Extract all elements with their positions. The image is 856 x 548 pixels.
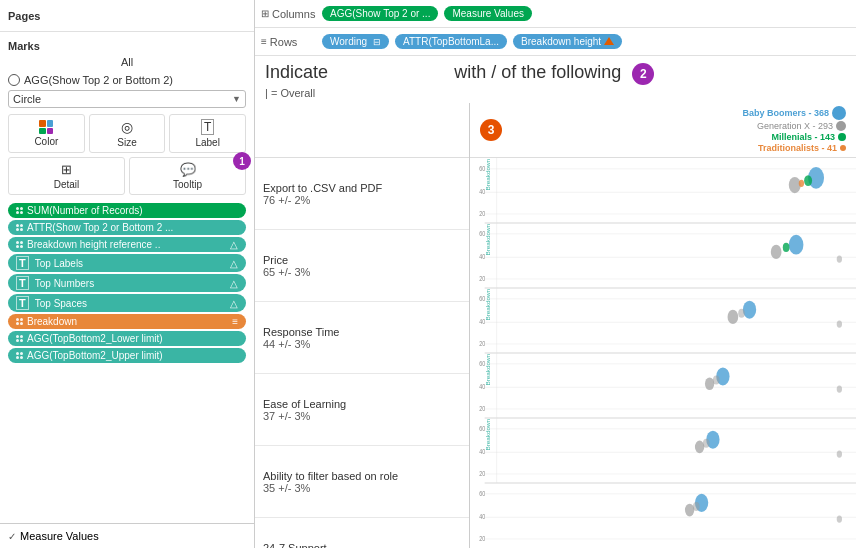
color-button[interactable]: Color <box>8 114 85 153</box>
legend-item-mil: Millenials - 143 <box>742 132 846 142</box>
svg-text:20: 20 <box>479 339 485 347</box>
chart-legend: Baby Boomers - 368 Generation X - 293 Mi… <box>742 106 846 154</box>
table-row: Price 65 +/- 3% <box>255 230 469 302</box>
column-pill-measure-label: Measure Values <box>452 8 524 19</box>
chart-svg: 60 40 20 Breakdown <box>470 158 856 548</box>
pill-breakdown-dots-icon <box>16 318 23 325</box>
row-pct-4: 35 +/- 3% <box>263 482 310 494</box>
marks-title: Marks <box>8 36 246 54</box>
pill-top-labels[interactable]: T Top Labels △ <box>8 254 246 272</box>
badge-3: 3 <box>480 119 502 141</box>
tooltip-button[interactable]: 💬 Tooltip 1 <box>129 157 246 195</box>
dot-ref-4 <box>837 451 842 458</box>
scatter-chart-area: 3 Baby Boomers - 368 Generation X - 293 <box>470 103 856 548</box>
row-name-4: Ability to filter based on role <box>263 470 398 482</box>
svg-text:40: 40 <box>479 317 485 325</box>
svg-text:20: 20 <box>479 274 485 282</box>
dot-ref-5 <box>837 516 842 523</box>
agg-row: AGG(Show Top 2 or Bottom 2) <box>8 72 246 90</box>
label-icon: T <box>201 119 214 135</box>
legend-label-mil: Millenials - 143 <box>771 132 835 142</box>
pill-top-labels-t-icon: T <box>16 256 29 270</box>
columns-label: ⊞ Columns <box>261 8 316 20</box>
size-button[interactable]: ◎ Size <box>89 114 166 153</box>
color-label: Color <box>34 136 58 147</box>
chart-title: Indicate <box>265 62 328 82</box>
measure-values-label: Measure Values <box>20 530 99 542</box>
row-pct-3: 37 +/- 3% <box>263 410 310 422</box>
size-label: Size <box>117 137 136 148</box>
badge1: 1 <box>233 152 251 170</box>
label-button[interactable]: T Label <box>169 114 246 153</box>
dot-bb-1 <box>789 235 804 255</box>
svg-text:60: 60 <box>479 164 485 172</box>
legend-item-bb: Baby Boomers - 368 <box>742 106 846 120</box>
marks-section: Marks All AGG(Show Top 2 or Bottom 2) Ci… <box>0 32 254 523</box>
pill-agg-upper-icon <box>16 352 23 359</box>
row-pill-wording[interactable]: Wording ⊟ <box>322 34 389 49</box>
pill-breakdown[interactable]: Breakdown ≡ <box>8 314 246 329</box>
row-name-5: 24-7 Support <box>263 542 327 548</box>
pill-top-numbers-t-icon: T <box>16 276 29 290</box>
radio-circle[interactable] <box>8 74 20 86</box>
svg-text:20: 20 <box>479 404 485 412</box>
column-pill-measure[interactable]: Measure Values <box>444 6 532 21</box>
legend-label-gx: Generation X - 293 <box>757 121 833 131</box>
legend-item-trad: Traditionalists - 41 <box>742 143 846 153</box>
pill-top-spaces-label: Top Spaces <box>35 298 87 309</box>
columns-grid-icon: ⊞ <box>261 8 269 19</box>
dot-ref-2 <box>837 321 842 328</box>
tooltip-label: Tooltip <box>173 179 202 190</box>
svg-text:Breakdown: Breakdown <box>486 419 491 451</box>
row-pct-1: 65 +/- 3% <box>263 266 310 278</box>
pill-breakdown-height-ref[interactable]: Breakdown height reference .. △ <box>8 237 246 252</box>
pill-agg-lower[interactable]: AGG(TopBottom2_Lower limit) <box>8 331 246 346</box>
dropdown-arrow-icon: ▼ <box>232 94 241 104</box>
svg-text:60: 60 <box>479 294 485 302</box>
column-pill-agg[interactable]: AGG(Show Top 2 or ... <box>322 6 438 21</box>
pill-agg-upper[interactable]: AGG(TopBottom2_Upper limit) <box>8 348 246 363</box>
dot-mil-0 <box>804 175 812 186</box>
dot-gx-0 <box>789 177 801 193</box>
pill-top-labels-label: Top Labels <box>35 258 83 269</box>
table-row: Ease of Learning 37 +/- 3% <box>255 374 469 446</box>
label-label: Label <box>195 137 219 148</box>
dot-mil-1 <box>783 243 790 252</box>
pill-sum-records[interactable]: SUM(Number of Records) <box>8 203 246 218</box>
triangle-icon-ts: △ <box>230 298 238 309</box>
rows-row: ≡ Rows Wording ⊟ ATTR(TopBottomLa... Bre… <box>255 28 856 56</box>
detail-button[interactable]: ⊞ Detail <box>8 157 125 195</box>
scatter-header: 3 Baby Boomers - 368 Generation X - 293 <box>470 103 856 158</box>
row-pill-attr[interactable]: ATTR(TopBottomLa... <box>395 34 507 49</box>
pill-top-spaces[interactable]: T Top Spaces △ <box>8 294 246 312</box>
pill-sum-records-label: SUM(Number of Records) <box>27 205 143 216</box>
table-row: Ability to filter based on role 35 +/- 3… <box>255 446 469 518</box>
table-row: 24-7 Support 32 +/- 3% <box>255 518 469 548</box>
marks-row2: ⊞ Detail 💬 Tooltip 1 <box>8 157 246 195</box>
legend-item-gx: Generation X - 293 <box>742 121 846 131</box>
pill-attr-show[interactable]: ATTR(Show Top 2 or Bottom 2 ... <box>8 220 246 235</box>
row-pill-breakdown[interactable]: Breakdown height <box>513 34 622 49</box>
triangle-icon-bhr: △ <box>230 239 238 250</box>
row-pct-2: 44 +/- 3% <box>263 338 310 350</box>
pill-top-numbers-label: Top Numbers <box>35 278 94 289</box>
right-panel: ⊞ Columns AGG(Show Top 2 or ... Measure … <box>255 0 856 548</box>
pill-top-numbers[interactable]: T Top Numbers △ <box>8 274 246 292</box>
measure-values-section[interactable]: ✓ Measure Values <box>0 523 254 548</box>
svg-text:40: 40 <box>479 382 485 390</box>
mark-type-dropdown[interactable]: Circle ▼ <box>8 90 246 108</box>
svg-text:60: 60 <box>479 424 485 432</box>
table-row: Export to .CSV and PDF 76 +/- 2% <box>255 158 469 230</box>
dot-mil-5 <box>693 502 700 511</box>
rows-label: ≡ Rows <box>261 36 316 48</box>
row-name-0: Export to .CSV and PDF <box>263 182 382 194</box>
marks-icons-grid: Color ◎ Size T Label <box>8 114 246 153</box>
row-pill-breakdown-label: Breakdown height <box>521 36 601 47</box>
row-pill-attr-label: ATTR(TopBottomLa... <box>403 36 499 47</box>
svg-text:60: 60 <box>479 489 485 497</box>
row-pct-0: 76 +/- 2% <box>263 194 310 206</box>
app-layout: Pages Marks All AGG(Show Top 2 or Bottom… <box>0 0 856 548</box>
svg-text:20: 20 <box>479 534 485 542</box>
triangle-up-icon <box>604 36 614 47</box>
svg-text:40: 40 <box>479 252 485 260</box>
